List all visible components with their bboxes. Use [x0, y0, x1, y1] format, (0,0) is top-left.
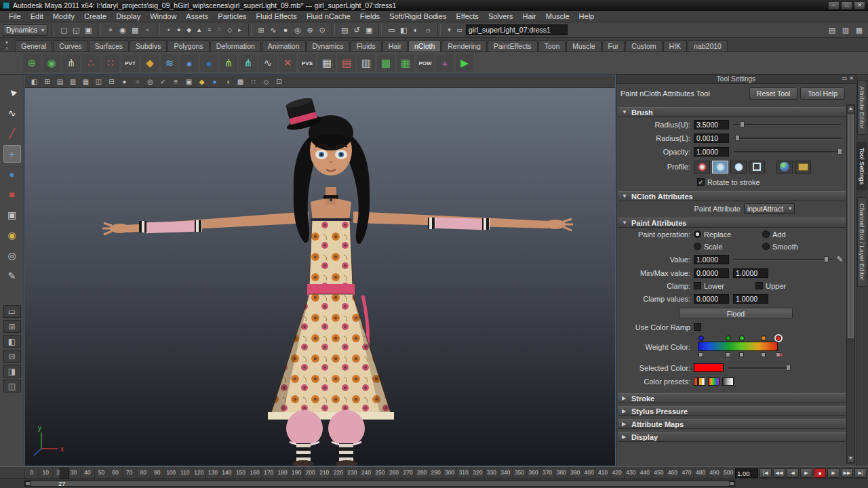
go-to-end-button[interactable]: ▶| [854, 468, 867, 478]
shelf-tool-icon[interactable]: ▩ [377, 54, 395, 72]
menu-item[interactable]: Help [574, 12, 599, 21]
rotate-to-stroke-checkbox[interactable]: ✓ [697, 178, 705, 186]
timeline-tick[interactable]: 160 [248, 467, 262, 479]
shelf-tool-icon[interactable]: ▦ [397, 54, 414, 72]
brush-profile-square-button[interactable] [749, 161, 765, 174]
tab-tool-settings[interactable]: Tool Settings [857, 142, 867, 190]
radius-l-slider[interactable] [734, 134, 841, 142]
ramp-stop-handle[interactable] [761, 336, 766, 341]
save-scene-icon[interactable]: ▣ [82, 24, 94, 36]
highlight-selection-icon[interactable]: ▫ [141, 24, 153, 36]
shelf-tab[interactable]: nab2010 [688, 40, 728, 52]
value-field[interactable] [694, 255, 729, 264]
paint-attribute-dropdown[interactable]: inputAttract ▾ [744, 203, 795, 214]
timeline-tick[interactable]: 250 [373, 467, 387, 479]
perspective-viewport[interactable]: ◧⊞▤▥▦◫⊟●○◎✓≡▣◆●◑▩∷◇⊡ [24, 75, 616, 466]
menu-item[interactable]: Muscle [541, 12, 574, 21]
color-preset-2[interactable] [708, 378, 719, 386]
brush-section-header[interactable]: ▼ Brush [618, 107, 846, 117]
paint-select-tool-icon[interactable]: ╱ [3, 125, 21, 142]
divider[interactable] [332, 24, 335, 36]
reset-tool-button[interactable]: Reset Tool [749, 87, 797, 100]
panel-toolbar-icon[interactable]: ✓ [158, 77, 168, 87]
panel-toolbar-icon[interactable]: ⊞ [42, 77, 52, 87]
menu-item[interactable]: Fields [355, 12, 384, 21]
paint-op-add-radio[interactable] [762, 230, 770, 238]
four-pane-layout-button[interactable]: ⊞ [3, 320, 21, 333]
persp-graph-layout-button[interactable]: ⊟ [3, 350, 21, 363]
radius-u-slider[interactable] [734, 120, 841, 129]
collapsed-section-header[interactable]: ▶ Stroke [618, 393, 846, 403]
menu-item[interactable]: Display [111, 12, 145, 21]
timeline-tick[interactable]: 130 [205, 467, 220, 479]
range-slider[interactable]: 27 [0, 479, 868, 488]
selection-mask-icon[interactable]: ∴ [214, 24, 224, 36]
panel-toolbar-icon[interactable]: ◎ [145, 77, 155, 87]
menu-item[interactable]: Create [79, 12, 111, 21]
panel-toolbar-icon[interactable]: ◑ [222, 77, 233, 87]
minimize-button[interactable]: ─ [828, 1, 840, 9]
select-by-component-icon[interactable]: ▦ [129, 24, 141, 36]
shelf-tab[interactable]: Curves [53, 40, 87, 52]
shelf-tool-icon[interactable]: ▥ [357, 54, 375, 72]
panel-menu-icon[interactable]: ▭ [842, 75, 848, 81]
shelf-tool-icon[interactable]: ◆ [141, 54, 159, 72]
menu-item[interactable]: Particles [213, 12, 251, 21]
scroll-up-icon[interactable]: ▲ [847, 105, 854, 113]
shelf-tab[interactable]: Rendering [441, 40, 486, 52]
divider[interactable] [51, 24, 54, 36]
step-back-key-button[interactable]: ◀◀ [773, 468, 785, 478]
panel-toolbar-icon[interactable]: ▣ [184, 77, 194, 87]
timeline-tick[interactable]: 330 [484, 467, 498, 479]
snap-to-curve-icon[interactable]: ∿ [267, 24, 279, 36]
play-blast-icon[interactable]: ▶ [456, 54, 473, 72]
ramp-key-handle[interactable] [739, 352, 744, 357]
ramp-stop-handle[interactable] [726, 336, 731, 341]
color-preset-1[interactable] [694, 378, 705, 386]
browse-3d-profile-button[interactable] [776, 161, 793, 174]
shelf-tool-icon[interactable]: ⋔ [220, 54, 237, 72]
brush-profile-soft-button[interactable] [712, 161, 728, 174]
shelf-tool-icon[interactable]: ◉ [43, 54, 60, 72]
shelf-tool-icon[interactable]: + [436, 54, 454, 72]
panel-toolbar-icon[interactable]: ▥ [68, 77, 78, 87]
value-slider[interactable] [734, 255, 832, 264]
show-tool-settings-icon[interactable]: ▥ [840, 24, 852, 36]
selection-mask-icon[interactable]: ● [174, 24, 184, 36]
color-ramp-gradient[interactable] [698, 342, 778, 351]
shelf-tool-icon[interactable]: ▦ [318, 54, 336, 72]
render-settings-icon[interactable]: ☼ [422, 24, 434, 36]
timeline-tick[interactable]: 390 [568, 467, 582, 479]
open-scene-icon[interactable]: ◱ [70, 24, 82, 36]
timeline-tick[interactable]: 40 [80, 467, 94, 479]
shelf-tool-icon[interactable]: ∿ [259, 54, 277, 72]
go-to-start-button[interactable]: |◀ [760, 468, 772, 478]
panel-toolbar-icon[interactable]: ◫ [94, 77, 104, 87]
snap-to-point-icon[interactable]: ● [279, 24, 292, 36]
selection-mask-icon[interactable]: ◇ [224, 24, 235, 36]
viewport-canvas[interactable]: y x [25, 88, 615, 466]
selected-color-swatch[interactable] [694, 363, 724, 372]
panel-toolbar-icon[interactable]: ⊟ [106, 77, 117, 87]
timeline-tick[interactable]: 490 [707, 467, 722, 479]
color-preset-3[interactable] [722, 378, 734, 386]
menu-item[interactable]: Fluid Effects [252, 12, 302, 21]
timeline-tick[interactable]: 110 [178, 467, 192, 479]
timeline-tick[interactable]: 410 [595, 467, 610, 479]
snap-to-grid-icon[interactable]: ⊞ [255, 24, 267, 36]
shelf-tool-icon[interactable]: POW [416, 54, 434, 72]
timeline-tick[interactable]: 310 [456, 467, 471, 479]
select-by-hierarchy-icon[interactable]: ⌖ [104, 24, 117, 36]
select-by-object-icon[interactable]: ◉ [117, 24, 129, 36]
timeline-tick[interactable]: 100 [163, 467, 178, 479]
shelf-tool-icon[interactable]: ⊕ [23, 54, 41, 72]
timeline-tick[interactable]: 370 [540, 467, 554, 479]
paint-op-smooth-radio[interactable] [762, 243, 770, 250]
scrollbar-thumb[interactable] [848, 115, 854, 338]
hypershade-persp-layout-button[interactable]: ◨ [3, 365, 21, 378]
playback-speed-field[interactable] [735, 468, 758, 478]
stop-button[interactable]: ■ [814, 468, 826, 478]
panel-header[interactable]: Tool Settings ▭ ✕ [616, 75, 856, 84]
shelf-tab[interactable]: General [15, 40, 52, 52]
selection-mask-icon[interactable]: ▸ [235, 24, 245, 36]
